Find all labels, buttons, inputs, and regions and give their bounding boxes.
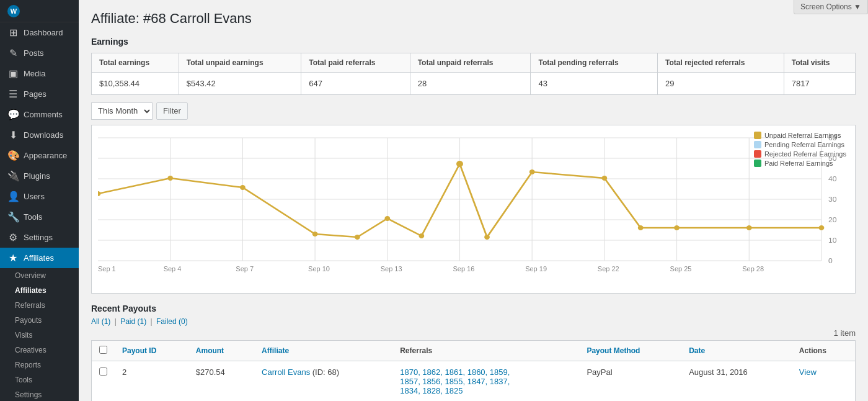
chart-svg-area: 60 50 40 30 20 10 0 Sep 1 Sep 4 Sep 7 Se… (98, 132, 849, 274)
legend-rejected-label: Rejected Referral Earnings (764, 150, 846, 158)
downloads-icon: ⬇ (7, 129, 19, 141)
page-title: Affiliate: #68 Carroll Evans (91, 10, 856, 28)
submenu-creatives[interactable]: Creatives (0, 343, 79, 358)
payouts-col-amount[interactable]: Amount (188, 340, 254, 361)
row-action: View (792, 361, 856, 401)
filter-separator-1: | (115, 317, 117, 326)
sidebar-item-users[interactable]: 👤 Users (0, 186, 79, 207)
svg-point-36 (240, 185, 246, 190)
sidebar-item-pages[interactable]: ☰ Pages (0, 84, 79, 104)
referral-1862[interactable]: 1862 (422, 367, 440, 377)
svg-point-37 (312, 232, 318, 237)
main-content: Screen Options ▼ Affiliate: #68 Carroll … (79, 0, 868, 401)
item-count: 1 item (91, 328, 856, 338)
view-action-link[interactable]: View (799, 367, 817, 377)
svg-text:Sep 1: Sep 1 (98, 265, 116, 272)
legend-paid: Paid Referral Earnings (754, 160, 846, 167)
referral-1828[interactable]: 1828 (422, 386, 440, 395)
legend-paid-dot (754, 160, 761, 167)
submenu-tools[interactable]: Tools (0, 372, 79, 387)
sidebar-item-comments[interactable]: 💬 Comments (0, 104, 79, 125)
referral-1837[interactable]: 1837 (490, 377, 508, 386)
svg-text:0: 0 (828, 257, 833, 264)
payouts-table: Payout ID Amount Affiliate Referrals Pay… (91, 340, 856, 401)
select-all-checkbox[interactable] (99, 346, 107, 354)
row-id: 2 (115, 361, 188, 401)
submenu-payouts[interactable]: Payouts (0, 313, 79, 328)
referral-1861[interactable]: 1861 (445, 367, 463, 377)
svg-point-41 (456, 161, 463, 167)
legend-pending-dot (754, 141, 761, 148)
earnings-val-total: $10,358.44 (92, 72, 179, 94)
referral-1847[interactable]: 1847 (467, 377, 485, 386)
payouts-col-id[interactable]: Payout ID (115, 340, 188, 361)
filter-paid-link[interactable]: Paid (1) (120, 317, 146, 326)
sidebar-item-downloads[interactable]: ⬇ Downloads (0, 125, 79, 145)
referral-1855[interactable]: 1855 (445, 377, 463, 386)
payouts-col-affiliate[interactable]: Affiliate (254, 340, 392, 361)
svg-text:Sep 22: Sep 22 (598, 265, 619, 272)
sidebar: W ⊞ Dashboard ✎ Posts ▣ Media ☰ Pages 💬 … (0, 0, 79, 401)
media-icon: ▣ (7, 68, 19, 79)
sidebar-item-settings[interactable]: ⚙ Settings (0, 227, 79, 248)
svg-text:Sep 13: Sep 13 (381, 265, 402, 272)
earnings-col-total: Total earnings (92, 53, 179, 72)
sidebar-item-posts[interactable]: ✎ Posts (0, 43, 79, 63)
payouts-col-date-link[interactable]: Date (689, 346, 705, 355)
submenu-settings[interactable]: Settings (0, 387, 79, 401)
sidebar-item-tools[interactable]: 🔧 Tools (0, 207, 79, 227)
legend-rejected-dot (754, 150, 761, 158)
svg-text:Sep 7: Sep 7 (236, 265, 254, 272)
users-icon: 👤 (7, 191, 19, 202)
referral-1859[interactable]: 1859 (490, 367, 508, 377)
referral-1860[interactable]: 1860 (467, 367, 485, 377)
svg-text:Sep 25: Sep 25 (670, 265, 692, 272)
chart-container: Unpaid Referral Earnings Pending Referra… (91, 125, 856, 294)
affiliate-link[interactable]: Carroll Evans (262, 367, 310, 377)
payouts-col-method[interactable]: Payout Method (579, 340, 681, 361)
payouts-col-referrals: Referrals (392, 340, 579, 361)
submenu-visits[interactable]: Visits (0, 328, 79, 343)
payouts-col-id-link[interactable]: Payout ID (122, 346, 156, 355)
svg-text:10: 10 (828, 237, 836, 243)
submenu-overview[interactable]: Overview (0, 268, 79, 283)
payouts-col-method-link[interactable]: Payout Method (587, 346, 640, 355)
payouts-col-date[interactable]: Date (681, 340, 792, 361)
submenu-reports[interactable]: Reports (0, 358, 79, 372)
posts-icon: ✎ (7, 47, 19, 59)
referral-1856[interactable]: 1856 (422, 377, 440, 386)
referral-1834[interactable]: 1834 (400, 386, 418, 395)
referral-1857[interactable]: 1857 (400, 377, 418, 386)
filter-button[interactable]: Filter (156, 102, 188, 120)
plugins-icon: 🔌 (7, 170, 19, 182)
row-method: PayPal (579, 361, 681, 401)
sidebar-item-dashboard[interactable]: ⊞ Dashboard (0, 22, 79, 43)
filter-select[interactable]: This Month Last Month This Year Last Yea… (91, 102, 153, 120)
svg-text:Sep 16: Sep 16 (453, 265, 474, 272)
earnings-col-unpaid: Total unpaid earnings (179, 53, 301, 72)
earnings-col-unpaid-ref: Total unpaid referrals (410, 53, 531, 72)
filter-failed-link[interactable]: Failed (0) (156, 317, 188, 326)
screen-options-button[interactable]: Screen Options ▼ (794, 0, 868, 14)
payouts-col-affiliate-link[interactable]: Affiliate (262, 346, 289, 355)
svg-text:Sep 28: Sep 28 (742, 265, 764, 272)
earnings-col-rejected-ref: Total rejected referrals (658, 53, 784, 72)
referral-1870[interactable]: 1870 (400, 367, 418, 377)
legend-unpaid-label: Unpaid Referral Earnings (764, 132, 841, 139)
svg-point-38 (355, 235, 360, 240)
sidebar-item-plugins[interactable]: 🔌 Plugins (0, 166, 79, 186)
submenu-referrals[interactable]: Referrals (0, 298, 79, 313)
wp-logo: W (7, 5, 20, 17)
earnings-col-visits: Total visits (784, 53, 855, 72)
sidebar-item-media[interactable]: ▣ Media (0, 63, 79, 84)
filter-all-link[interactable]: All (1) (91, 317, 110, 326)
svg-text:40: 40 (828, 175, 836, 182)
payouts-col-checkbox (92, 340, 115, 361)
row-checkbox[interactable] (99, 367, 107, 376)
submenu-affiliates[interactable]: Affiliates (0, 283, 79, 298)
payouts-col-amount-link[interactable]: Amount (196, 346, 224, 355)
sidebar-item-appearance[interactable]: 🎨 Appearance (0, 145, 79, 166)
earnings-table: Total earnings Total unpaid earnings Tot… (91, 53, 856, 95)
referral-1825[interactable]: 1825 (445, 386, 463, 395)
sidebar-item-affiliates[interactable]: ★ Affiliates (0, 248, 79, 268)
